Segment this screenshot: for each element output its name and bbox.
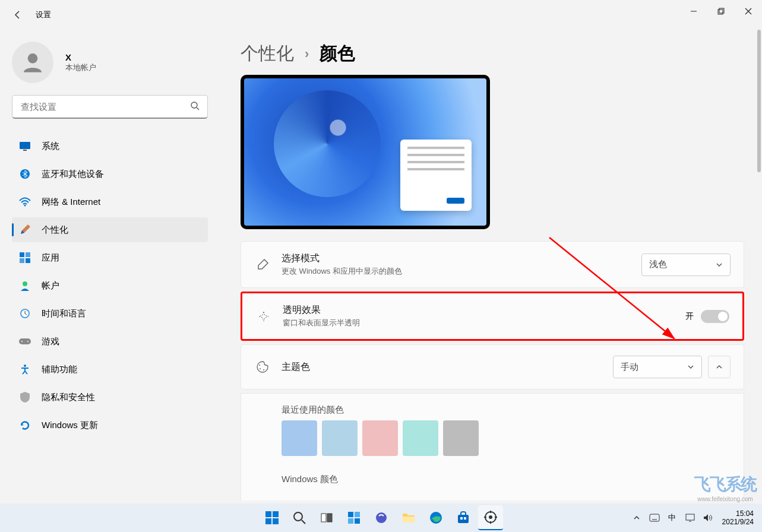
svg-rect-6 bbox=[20, 142, 30, 149]
settings-button[interactable] bbox=[478, 505, 503, 530]
svg-point-3 bbox=[28, 53, 38, 64]
apps-icon bbox=[19, 252, 31, 264]
desktop-preview bbox=[241, 75, 490, 229]
profile-block[interactable]: X 本地帐户 bbox=[12, 42, 208, 83]
nav-label: 网络 & Internet bbox=[42, 197, 100, 208]
setting-mode[interactable]: 选择模式 更改 Windows 和应用中显示的颜色 浅色 bbox=[241, 241, 744, 288]
nav-label: 应用 bbox=[42, 252, 59, 264]
windows-colors-label: Windows 颜色 bbox=[282, 474, 731, 485]
svg-rect-42 bbox=[464, 517, 466, 520]
nav-update[interactable]: Windows 更新 bbox=[12, 413, 208, 438]
paint-icon bbox=[19, 224, 31, 236]
chevron-right-icon: › bbox=[305, 46, 309, 62]
breadcrumb: 个性化 › 颜色 bbox=[241, 42, 744, 66]
color-swatch[interactable] bbox=[362, 420, 398, 456]
svg-rect-49 bbox=[650, 514, 659, 521]
nav-label: Windows 更新 bbox=[42, 420, 98, 431]
task-view-icon bbox=[320, 511, 333, 524]
explorer-button[interactable] bbox=[396, 505, 421, 530]
nav-label: 游戏 bbox=[42, 336, 59, 347]
setting-transparency[interactable]: 透明效果 窗口和表面显示半透明 开 bbox=[241, 292, 744, 341]
nav-personalization[interactable]: 个性化 bbox=[12, 217, 208, 242]
taskbar-clock[interactable]: 15:04 2021/9/24 bbox=[722, 509, 754, 527]
nav-system[interactable]: 系统 bbox=[12, 134, 208, 159]
titlebar: 设置 bbox=[0, 0, 762, 30]
preview-wallpaper bbox=[244, 78, 486, 226]
transparency-toggle[interactable] bbox=[701, 310, 729, 323]
back-button[interactable] bbox=[6, 3, 30, 27]
widgets-button[interactable] bbox=[342, 505, 366, 530]
palette-icon bbox=[254, 359, 271, 375]
window-title: 设置 bbox=[36, 10, 51, 20]
svg-rect-36 bbox=[355, 518, 360, 524]
nav-gaming[interactable]: 游戏 bbox=[12, 329, 208, 354]
setting-accent[interactable]: 主题色 手动 bbox=[241, 344, 744, 390]
search-box bbox=[12, 95, 208, 119]
svg-rect-13 bbox=[26, 258, 30, 263]
tray-overflow[interactable] bbox=[630, 511, 644, 525]
accent-dropdown[interactable]: 手动 bbox=[613, 356, 702, 378]
svg-point-44 bbox=[489, 515, 492, 519]
maximize-button[interactable] bbox=[707, 0, 735, 23]
color-swatch[interactable] bbox=[282, 420, 317, 456]
nav-accounts[interactable]: 帐户 bbox=[12, 273, 208, 298]
nav-accessibility[interactable]: 辅助功能 bbox=[12, 357, 208, 382]
recent-colors-label: 最近使用的颜色 bbox=[282, 404, 731, 416]
breadcrumb-parent[interactable]: 个性化 bbox=[241, 42, 294, 66]
color-swatch[interactable] bbox=[322, 420, 358, 456]
close-button[interactable] bbox=[735, 0, 762, 23]
taskbar-center bbox=[260, 505, 503, 530]
chevron-up-icon bbox=[716, 363, 723, 370]
taskbar-search[interactable] bbox=[287, 505, 312, 530]
windows-icon bbox=[265, 511, 279, 524]
recent-swatches bbox=[282, 420, 731, 456]
mode-dropdown[interactable]: 浅色 bbox=[641, 254, 731, 276]
maximize-icon bbox=[717, 8, 725, 15]
edge-button[interactable] bbox=[423, 505, 448, 530]
nav-bluetooth[interactable]: 蓝牙和其他设备 bbox=[12, 162, 208, 186]
nav-privacy[interactable]: 隐私和安全性 bbox=[12, 385, 208, 410]
svg-rect-27 bbox=[265, 518, 271, 524]
svg-rect-28 bbox=[273, 518, 279, 524]
chat-button[interactable] bbox=[369, 505, 394, 530]
nav-apps[interactable]: 应用 bbox=[12, 245, 208, 270]
minimize-icon bbox=[690, 8, 697, 15]
color-swatch[interactable] bbox=[443, 420, 479, 456]
nav-network[interactable]: 网络 & Internet bbox=[12, 189, 208, 214]
svg-rect-7 bbox=[23, 150, 27, 151]
task-view[interactable] bbox=[314, 505, 339, 530]
avatar bbox=[12, 42, 53, 83]
svg-rect-10 bbox=[20, 252, 24, 257]
transparency-title: 透明效果 bbox=[283, 304, 685, 316]
svg-rect-12 bbox=[20, 258, 24, 263]
svg-rect-25 bbox=[265, 511, 271, 517]
chevron-up-icon bbox=[633, 514, 640, 521]
expand-button[interactable] bbox=[708, 356, 731, 378]
svg-rect-17 bbox=[19, 338, 31, 344]
svg-point-20 bbox=[24, 365, 26, 367]
svg-line-30 bbox=[302, 520, 305, 524]
bluetooth-icon bbox=[19, 168, 31, 180]
sidebar: X 本地帐户 系统 蓝牙和其他设备 网络 & Internet 个性化 应用 帐… bbox=[0, 30, 220, 504]
color-swatch[interactable] bbox=[403, 420, 438, 456]
ime-indicator[interactable]: 中 bbox=[665, 511, 679, 525]
volume-icon[interactable] bbox=[701, 511, 715, 525]
recent-colors-section: 最近使用的颜色 Windows 颜色 bbox=[241, 393, 744, 501]
touch-keyboard-icon[interactable] bbox=[647, 511, 662, 525]
network-tray-icon[interactable] bbox=[683, 511, 697, 525]
store-button[interactable] bbox=[451, 505, 476, 530]
mode-title: 选择模式 bbox=[282, 252, 641, 265]
edge-icon bbox=[429, 511, 442, 524]
scrollbar[interactable] bbox=[757, 30, 761, 172]
search-input[interactable] bbox=[12, 95, 208, 119]
widgets-icon bbox=[347, 511, 361, 524]
svg-line-5 bbox=[197, 107, 199, 110]
store-icon bbox=[457, 511, 470, 524]
svg-rect-51 bbox=[686, 514, 694, 520]
svg-point-37 bbox=[376, 512, 387, 523]
start-button[interactable] bbox=[260, 505, 284, 530]
svg-rect-32 bbox=[327, 514, 332, 522]
nav-time[interactable]: 时间和语言 bbox=[12, 301, 208, 326]
window-controls bbox=[680, 0, 762, 23]
minimize-button[interactable] bbox=[680, 0, 707, 23]
